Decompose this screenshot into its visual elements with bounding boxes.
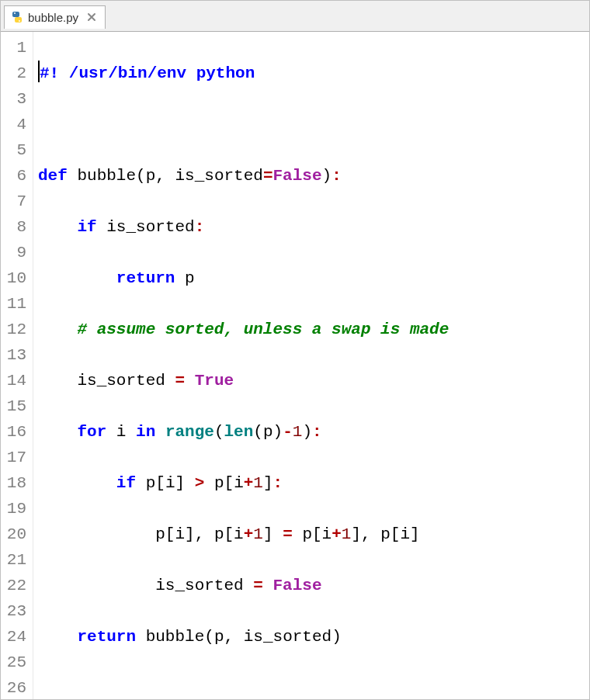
tok: bubble: [146, 628, 205, 646]
line-number: 25: [4, 650, 26, 675]
tok: ! /usr/bin/env python: [50, 64, 255, 82]
code-editor[interactable]: 1 2 3 4 5 6 7 8 9 10 11 12 13 14 15 16 1…: [1, 32, 589, 699]
tok: is_sorted: [155, 577, 243, 594]
svg-rect-0: [12, 12, 19, 17]
line-number: 22: [4, 573, 26, 598]
line-number: 7: [4, 189, 26, 214]
tok: is_sorted: [77, 372, 165, 390]
tok: return: [116, 269, 175, 287]
line-number: 24: [4, 624, 26, 650]
tok: is_sorted: [106, 218, 194, 236]
tok: len: [224, 423, 254, 441]
line-number: 16: [4, 419, 26, 445]
svg-point-2: [14, 12, 16, 14]
tok: ,: [224, 628, 234, 646]
tok: -: [283, 423, 293, 441]
code-line[interactable]: is_sorted = False: [38, 573, 449, 598]
line-number: 23: [4, 598, 26, 624]
tok: p: [214, 628, 224, 646]
line-number: 21: [4, 547, 26, 573]
svg-point-3: [19, 20, 20, 22]
line-number: 6: [4, 163, 26, 189]
line-number: 15: [4, 393, 26, 419]
code-line[interactable]: return bubble(p, is_sorted): [38, 624, 449, 650]
code-line[interactable]: if is_sorted:: [38, 214, 449, 240]
file-tab[interactable]: bubble.py: [4, 5, 106, 29]
line-number: 13: [4, 342, 26, 368]
tok: range: [165, 423, 214, 441]
code-line[interactable]: return p: [38, 265, 449, 291]
tok: >: [195, 474, 205, 492]
line-number: 20: [4, 522, 26, 547]
tok: p: [380, 525, 390, 543]
code-line[interactable]: p[i], p[i+1] = p[i+1], p[i]: [38, 522, 449, 547]
line-number: 5: [4, 137, 26, 163]
tok: :: [312, 423, 322, 441]
tok: =: [263, 167, 273, 185]
line-number: 10: [4, 265, 26, 291]
tok: p: [302, 525, 312, 543]
code-line[interactable]: [38, 675, 449, 700]
tok: i: [116, 423, 127, 441]
tok: #: [40, 64, 50, 82]
tok: p: [214, 525, 224, 543]
tok: :: [195, 218, 205, 236]
tok: ,: [361, 525, 371, 543]
tok: =: [283, 525, 293, 543]
line-number: 1: [4, 35, 26, 61]
tok: is_sorted: [244, 628, 331, 646]
tok: p: [263, 423, 273, 441]
tok: i: [234, 525, 244, 543]
tok: p: [185, 269, 195, 287]
code-area[interactable]: #! /usr/bin/env python def bubble(p, is_…: [33, 32, 449, 699]
code-line[interactable]: is_sorted = True: [38, 368, 449, 393]
tok: is_sorted: [175, 167, 262, 185]
code-line[interactable]: #! /usr/bin/env python: [38, 61, 449, 86]
close-icon[interactable]: [86, 12, 97, 23]
tok: for: [77, 423, 106, 441]
tok: False: [273, 167, 322, 185]
tok: =: [253, 577, 263, 594]
line-number: 3: [4, 86, 26, 112]
python-file-icon: [11, 11, 23, 23]
tok: =: [175, 372, 185, 390]
tok: if: [116, 474, 136, 492]
tok: i: [234, 474, 244, 492]
tok: i: [175, 525, 185, 543]
tab-bar: bubble.py: [1, 1, 589, 32]
code-line[interactable]: def bubble(p, is_sorted=False):: [38, 163, 449, 189]
tok: i: [165, 474, 175, 492]
code-line[interactable]: for i in range(len(p)-1):: [38, 419, 449, 445]
code-line[interactable]: [38, 112, 449, 137]
tok: +: [331, 525, 342, 543]
line-number-gutter: 1 2 3 4 5 6 7 8 9 10 11 12 13 14 15 16 1…: [1, 32, 33, 699]
tok: :: [331, 167, 342, 185]
tok: p: [214, 474, 224, 492]
tok: ,: [195, 525, 205, 543]
tok: +: [244, 525, 254, 543]
svg-rect-1: [15, 17, 22, 23]
code-line[interactable]: if p[i] > p[i+1]:: [38, 470, 449, 496]
line-number: 26: [4, 675, 26, 700]
tok: +: [244, 474, 254, 492]
tok: 1: [342, 525, 352, 543]
tok: p: [155, 525, 165, 543]
line-number: 9: [4, 240, 26, 265]
tok: p: [146, 474, 156, 492]
tok: p: [146, 167, 156, 185]
line-number: 18: [4, 470, 26, 496]
code-line[interactable]: # assume sorted, unless a swap is made: [38, 317, 449, 342]
tok: in: [136, 423, 155, 441]
line-number: 4: [4, 112, 26, 137]
line-number: 14: [4, 368, 26, 393]
tok: i: [400, 525, 410, 543]
line-number: 12: [4, 317, 26, 342]
tok: True: [195, 372, 234, 390]
line-number: 17: [4, 445, 26, 470]
tok: False: [272, 577, 321, 594]
tok: i: [322, 525, 332, 543]
tok: :: [273, 474, 283, 492]
line-number: 11: [4, 291, 26, 317]
tok: 1: [293, 423, 303, 441]
tok: 1: [253, 525, 263, 543]
